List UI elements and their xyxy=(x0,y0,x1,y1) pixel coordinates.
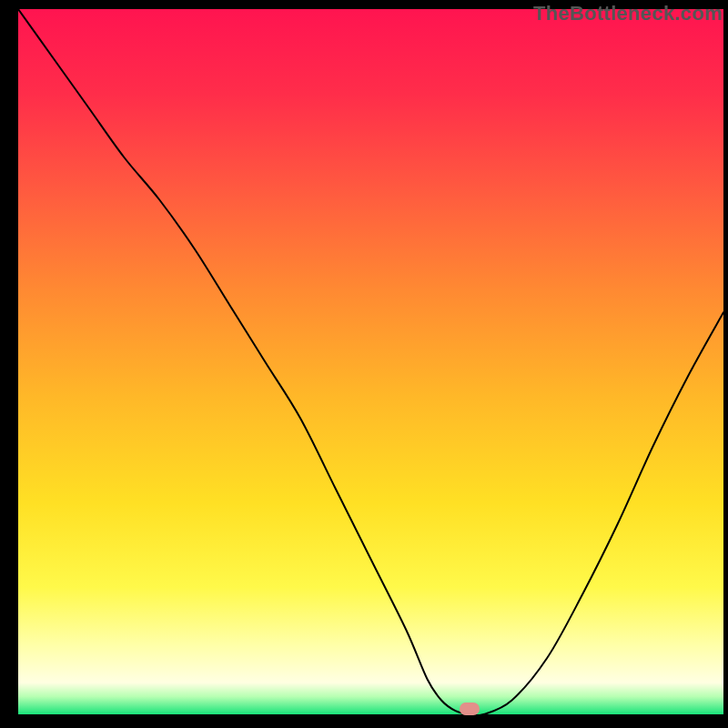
gradient-background xyxy=(18,9,723,714)
bottleneck-chart xyxy=(18,9,723,714)
chart-frame: TheBottleneck.com xyxy=(0,0,728,728)
optimum-marker xyxy=(460,703,480,715)
watermark: TheBottleneck.com xyxy=(533,2,723,25)
